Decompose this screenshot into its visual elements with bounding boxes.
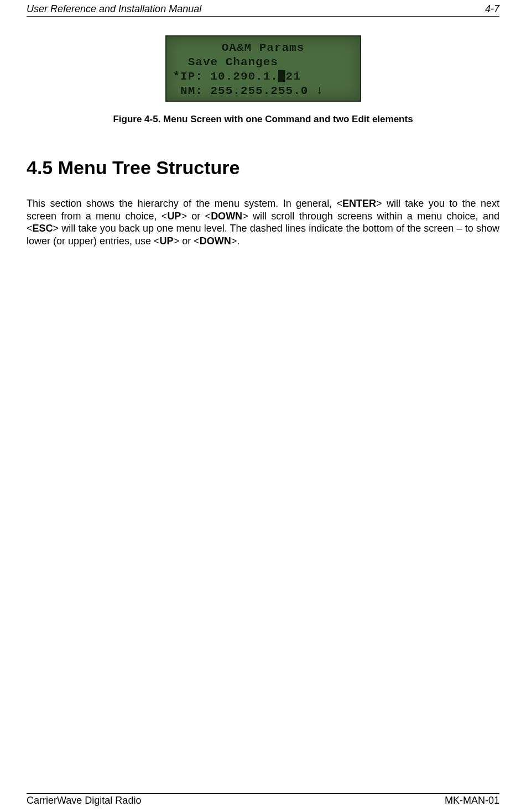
lcd-line-2: Save Changes <box>173 55 353 70</box>
para-text: > or < <box>181 211 211 222</box>
para-text: > or < <box>174 235 200 247</box>
page-header: User Reference and Installation Manual 4… <box>27 0 499 16</box>
lcd-line-1: OA&M Params <box>173 41 353 55</box>
page-footer: CarrierWave Digital Radio MK-MAN-01 <box>27 793 499 806</box>
key-esc: ESC <box>33 223 53 234</box>
header-title: User Reference and Installation Manual <box>27 3 201 15</box>
para-text: >. <box>231 235 240 247</box>
lcd-line-3: *IP: 10.290.1.█21 <box>173 70 353 84</box>
para-text: > will take you back up one menu level. … <box>27 223 499 247</box>
footer-left: CarrierWave Digital Radio <box>27 795 141 806</box>
key-up: UP <box>160 235 174 247</box>
key-enter: ENTER <box>342 198 376 209</box>
header-page-number: 4-7 <box>485 3 499 15</box>
lcd-line-4: NM: 255.255.255.0 ↓ <box>173 84 353 98</box>
key-up: UP <box>167 211 181 222</box>
figure-caption: Figure 4-5. Menu Screen with one Command… <box>27 114 499 125</box>
key-down: DOWN <box>200 235 231 247</box>
lcd-screen: OA&M Params Save Changes *IP: 10.290.1.█… <box>165 35 361 102</box>
section-heading: 4.5 Menu Tree Structure <box>27 157 499 179</box>
lcd-figure: OA&M Params Save Changes *IP: 10.290.1.█… <box>27 35 499 102</box>
key-down: DOWN <box>211 211 242 222</box>
para-text: This section shows the hierarchy of the … <box>27 198 342 209</box>
header-rule <box>27 16 499 17</box>
footer-right: MK-MAN-01 <box>445 795 499 806</box>
section-paragraph: This section shows the hierarchy of the … <box>27 197 499 247</box>
